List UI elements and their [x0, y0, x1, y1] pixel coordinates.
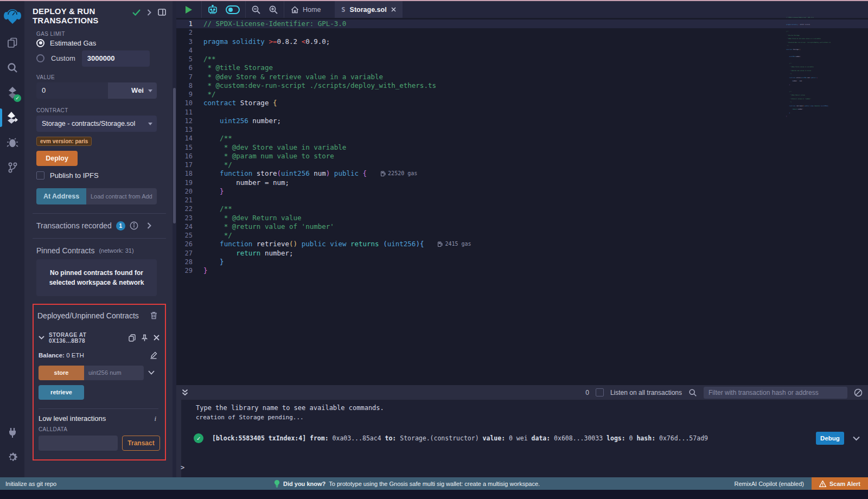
low-level-info-icon[interactable]: i [154, 414, 156, 423]
expand-args-icon[interactable] [148, 370, 155, 375]
editor-minimap[interactable]: // SPDX-License-Identifier: GPL-3.0 prag… [786, 16, 824, 119]
copy-address-icon[interactable] [129, 334, 136, 342]
line-number[interactable]: 21 [176, 196, 203, 204]
copilot-status[interactable]: RemixAI Copilot (enabled) [735, 481, 812, 487]
contract-stepper-icon [148, 121, 152, 125]
solidity-compiler-icon[interactable]: ✓ [0, 80, 24, 105]
line-number[interactable]: 9 [176, 90, 203, 99]
custom-gas-radio[interactable] [36, 54, 44, 62]
info-icon[interactable] [130, 221, 138, 230]
remove-contract-icon[interactable] [154, 335, 159, 341]
code-line: 6 * @title Storage [176, 63, 868, 72]
line-number[interactable]: 26 [176, 240, 203, 248]
search-icon[interactable] [0, 55, 24, 80]
line-number[interactable]: 2 [176, 28, 203, 37]
value-unit-select[interactable]: Wei [108, 82, 157, 99]
line-number[interactable]: 8 [176, 81, 203, 90]
editor-toolbar: Home S Storage.sol [176, 1, 868, 18]
expand-transactions-icon[interactable] [147, 222, 151, 229]
ai-copilot-robot-icon[interactable] [207, 5, 218, 15]
clear-console-icon[interactable] [854, 388, 863, 397]
terminal-prompt[interactable]: > [181, 464, 184, 471]
remix-logo-icon[interactable] [0, 2, 24, 30]
contract-select[interactable]: Storage - contracts/Storage.sol [36, 116, 157, 132]
at-address-input[interactable] [86, 188, 157, 204]
filter-transactions-input[interactable] [704, 387, 847, 399]
value-input[interactable] [36, 82, 108, 99]
deploy-run-icon[interactable] [0, 105, 24, 130]
line-number[interactable]: 6 [176, 63, 203, 72]
copilot-toggle-icon[interactable] [226, 5, 240, 14]
at-address-button[interactable]: At Address [36, 188, 86, 204]
estimated-gas-radio[interactable] [36, 39, 44, 47]
run-script-icon[interactable] [185, 5, 193, 14]
terminal-search-icon[interactable] [688, 388, 697, 397]
store-args-input[interactable] [84, 366, 144, 380]
line-number[interactable]: 28 [176, 258, 203, 266]
code-line: 20 } [176, 187, 868, 196]
close-tab-icon[interactable] [391, 7, 396, 12]
zoom-out-icon[interactable] [251, 5, 261, 15]
store-function-button[interactable]: store [39, 366, 84, 380]
line-number[interactable]: 25 [176, 231, 203, 240]
line-number[interactable]: 5 [176, 55, 203, 63]
line-number[interactable]: 18 [176, 169, 203, 178]
line-number[interactable]: 24 [176, 222, 203, 231]
scam-alert-button[interactable]: Scam Alert [812, 477, 868, 490]
terminal-output[interactable]: Type the library name to see available c… [176, 400, 868, 477]
transact-button[interactable]: Transact [122, 436, 160, 451]
pin-panel-icon[interactable] [158, 9, 166, 16]
retrieve-function-button[interactable]: retrieve [39, 385, 84, 400]
line-number[interactable]: 22 [176, 204, 203, 213]
expand-tx-icon[interactable] [853, 436, 860, 441]
unit-stepper-icon [148, 88, 152, 92]
line-number[interactable]: 20 [176, 187, 203, 196]
line-number[interactable]: 7 [176, 73, 203, 81]
line-number[interactable]: 4 [176, 46, 203, 55]
panel-check-icon [132, 9, 141, 16]
custom-gas-input[interactable] [82, 50, 150, 67]
transaction-log-row[interactable]: ✓ [block:5583405 txIndex:4] from: 0xa03.… [187, 430, 860, 446]
tab-home[interactable]: Home [284, 1, 327, 18]
line-number[interactable]: 13 [176, 125, 203, 134]
line-number[interactable]: 27 [176, 249, 203, 258]
git-icon[interactable] [0, 155, 24, 180]
debugger-icon[interactable] [0, 130, 24, 155]
tab-storage-sol[interactable]: S Storage.sol [335, 1, 402, 18]
line-number[interactable]: 29 [176, 266, 203, 275]
listen-all-checkbox[interactable] [596, 388, 604, 396]
deploy-button[interactable]: Deploy [36, 151, 78, 166]
debug-button[interactable]: Debug [816, 432, 844, 445]
scrollbar-thumb[interactable] [173, 88, 176, 223]
publish-ipfs-checkbox[interactable] [36, 171, 44, 180]
pin-contract-icon[interactable] [141, 334, 148, 342]
settings-gear-icon[interactable] [0, 445, 24, 470]
collapse-terminal-icon[interactable] [182, 389, 188, 396]
calldata-input[interactable] [39, 436, 118, 451]
plugin-manager-icon[interactable] [0, 420, 24, 445]
edit-balance-icon[interactable] [150, 351, 157, 359]
line-number[interactable]: 16 [176, 152, 203, 161]
git-init-status[interactable]: Initialize as git repo [0, 481, 56, 487]
line-number[interactable]: 10 [176, 99, 203, 107]
line-number[interactable]: 3 [176, 37, 203, 46]
collapse-contract-icon[interactable] [39, 336, 44, 340]
minimap-line: * @custom:dev-run-script ./scripts/deplo… [786, 41, 824, 45]
line-number[interactable]: 1 [176, 20, 203, 28]
code-editor[interactable]: 1// SPDX-License-Identifier: GPL-3.023pr… [176, 18, 868, 385]
line-number[interactable]: 23 [176, 214, 203, 222]
panel-chevron-right-icon[interactable] [147, 9, 151, 16]
line-number[interactable]: 11 [176, 108, 203, 117]
terminal-line: Type the library name to see available c… [196, 404, 384, 412]
line-number[interactable]: 17 [176, 161, 203, 169]
zoom-in-icon[interactable] [269, 5, 278, 15]
code-line: 5/** [176, 55, 868, 63]
line-number[interactable]: 12 [176, 117, 203, 125]
file-explorer-icon[interactable] [0, 30, 24, 55]
panel-scrollbar[interactable] [173, 1, 176, 477]
calldata-label: CALLDATA [39, 426, 161, 432]
line-number[interactable]: 14 [176, 134, 203, 143]
line-number[interactable]: 15 [176, 143, 203, 152]
line-number[interactable]: 19 [176, 178, 203, 187]
trash-icon[interactable] [150, 311, 157, 319]
